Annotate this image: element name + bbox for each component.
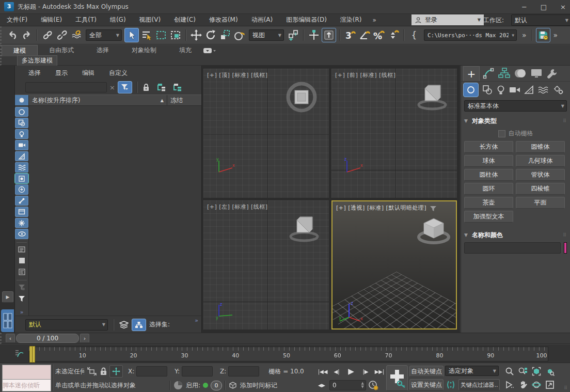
object-color-swatch[interactable] <box>564 242 567 254</box>
filter-groups-toggle[interactable] <box>15 174 28 183</box>
category-geometry-button[interactable] <box>463 83 479 97</box>
angle-snap-toggle-button[interactable] <box>358 28 371 42</box>
blank-swatch-button[interactable] <box>15 256 28 265</box>
absolute-mode-transform-button[interactable] <box>109 365 123 378</box>
edit-named-selection-sets-button[interactable]: { <box>407 28 421 42</box>
filter-helpers-toggle[interactable] <box>15 151 28 161</box>
create-box-button[interactable]: 长方体 <box>464 141 513 153</box>
select-and-link-button[interactable] <box>41 28 54 42</box>
maxscript-listener-white[interactable]: 脚本迷你侦听 <box>2 379 51 391</box>
create-teapot-button[interactable]: 茶壶 <box>464 197 513 209</box>
zoom-extents-button[interactable] <box>530 365 543 378</box>
strip-overflow-chevron[interactable]: » <box>20 309 24 316</box>
time-slider-track[interactable] <box>90 334 570 342</box>
percent-snap-toggle-button[interactable]: % <box>372 28 386 42</box>
spinner-snap-toggle-button[interactable] <box>387 28 400 42</box>
ribbon-tab-modeling[interactable]: 建模 <box>2 45 38 56</box>
sign-in-button[interactable]: 登录 ▼ <box>411 14 484 25</box>
search-filter-button[interactable] <box>118 81 132 93</box>
category-helpers-button[interactable] <box>524 85 534 95</box>
reference-coordinate-dropdown[interactable]: 视图▼ <box>249 29 284 41</box>
orbit-button[interactable] <box>530 379 543 391</box>
viewcube-icon[interactable] <box>284 80 319 114</box>
go-to-end-button[interactable]: ▶▶| <box>373 366 386 377</box>
close-button[interactable]: × <box>560 3 566 11</box>
bind-to-space-warp-button[interactable] <box>70 28 83 42</box>
save-file-button[interactable] <box>536 28 550 42</box>
tab-motion[interactable] <box>514 68 527 79</box>
frozen-column-header[interactable]: 冻结 <box>167 96 201 105</box>
minimize-button[interactable]: − <box>521 3 527 11</box>
zoom-button[interactable] <box>503 365 516 378</box>
explorer-menu-edit[interactable]: 编辑 <box>75 69 102 77</box>
zoom-extents-all-button[interactable] <box>544 365 556 378</box>
viewcube-icon[interactable] <box>417 213 451 246</box>
menu-graph-editors[interactable]: 图形编辑器(D) <box>279 15 334 24</box>
filter-particles-toggle[interactable] <box>15 218 28 228</box>
rectangular-selection-region-button[interactable] <box>154 28 168 42</box>
selection-filter-dropdown[interactable]: 全部▼ <box>86 29 122 41</box>
create-cylinder-button[interactable]: 圆柱体 <box>464 169 513 181</box>
viewport-front-label[interactable]: [+] [前] [标准] [线框] <box>335 71 396 79</box>
toolbar-overflow-chevron-2[interactable]: » <box>551 31 560 39</box>
ribbon-tab-populate[interactable]: 填充 <box>168 45 203 56</box>
filter-lights-toggle[interactable] <box>15 129 28 139</box>
viewport-front[interactable]: [+] [前] [标准] [线框] x z <box>331 69 457 198</box>
resize-grip-icon[interactable]: ⠿ <box>564 385 568 390</box>
select-and-rotate-button[interactable] <box>204 28 217 42</box>
layers-icon[interactable] <box>119 321 129 329</box>
toggle-filter-button[interactable] <box>15 293 28 303</box>
object-category-dropdown[interactable]: 标准基本体 ▼ <box>464 100 567 112</box>
current-frame-spinner[interactable]: 0 ▲▼ <box>329 380 366 390</box>
set-key-button[interactable]: 设置关键点 <box>409 379 444 390</box>
next-frame-slider-button[interactable]: › <box>80 334 89 343</box>
pan-view-button[interactable] <box>517 379 529 391</box>
unlink-selection-button[interactable] <box>55 28 69 42</box>
filter-visibility-toggle[interactable] <box>15 229 28 239</box>
toolbar-overflow-chevron[interactable]: » <box>520 31 529 39</box>
select-object-button[interactable] <box>124 28 139 42</box>
key-mode-toggle-button[interactable]: ◀▶ <box>316 380 327 390</box>
viewport-perspective[interactable]: [+] [透视] [标准] [默认明暗处理] x y z <box>331 200 457 330</box>
set-key-brackets-icon[interactable] <box>445 380 456 390</box>
filter-containers-toggle[interactable] <box>15 207 28 216</box>
object-type-rollout-header[interactable]: ▼ 对象类型 ⠿ <box>464 116 567 126</box>
zoom-all-button[interactable] <box>517 365 529 378</box>
clear-search-icon[interactable]: × <box>109 84 115 91</box>
create-plane-button[interactable]: 平面 <box>516 197 565 209</box>
category-cameras-button[interactable] <box>509 86 520 94</box>
zoom-region-button[interactable] <box>503 379 516 391</box>
menu-rendering[interactable]: 渲染(R) <box>334 15 369 24</box>
configure-advanced-filter-button[interactable] <box>15 283 28 292</box>
y-coordinate-input[interactable] <box>182 366 213 377</box>
explorer-menu-select[interactable]: 选择 <box>15 69 48 77</box>
create-sphere-button[interactable]: 球体 <box>464 155 513 167</box>
tab-utilities[interactable] <box>546 68 558 79</box>
show-text-columns-button[interactable] <box>15 245 28 255</box>
autogrid-checkbox[interactable] <box>498 130 505 137</box>
time-slider-handle[interactable]: 0 / 100 <box>16 334 79 343</box>
spinner-arrows-icon[interactable]: ▲▼ <box>361 382 366 389</box>
per-view-filter-icon[interactable] <box>430 206 437 212</box>
degradation-count-badge[interactable]: 0 <box>211 381 222 390</box>
ribbon-minimize-icon[interactable] <box>203 47 216 54</box>
menu-create[interactable]: 创建(C) <box>167 15 202 24</box>
create-pyramid-button[interactable]: 四棱锥 <box>516 183 565 195</box>
lock-icon[interactable] <box>142 83 150 92</box>
collapse-hierarchy-icon[interactable] <box>172 83 183 91</box>
create-geosphere-button[interactable]: 几何球体 <box>516 155 565 167</box>
tab-modify[interactable] <box>483 68 495 79</box>
show-properties-button[interactable] <box>15 267 28 277</box>
category-space-warps-button[interactable] <box>538 86 549 94</box>
key-selection-dropdown[interactable]: 选定对象 ▼ <box>445 366 499 376</box>
viewport-left[interactable]: [+] [左] [标准] [线框] y z <box>203 200 329 330</box>
next-frame-button[interactable]: |▶ <box>359 366 372 377</box>
object-name-input[interactable] <box>464 242 561 254</box>
maxscript-listener-pink[interactable] <box>2 365 51 380</box>
undo-button[interactable] <box>6 28 19 42</box>
key-filters-button[interactable]: 关键点过滤器.. <box>458 379 500 390</box>
set-keys-big-button[interactable] <box>386 365 408 391</box>
auto-key-button[interactable]: 自动关键点 <box>409 366 444 377</box>
select-by-name-button[interactable] <box>140 28 153 42</box>
window-crossing-toggle-button[interactable] <box>169 28 182 42</box>
